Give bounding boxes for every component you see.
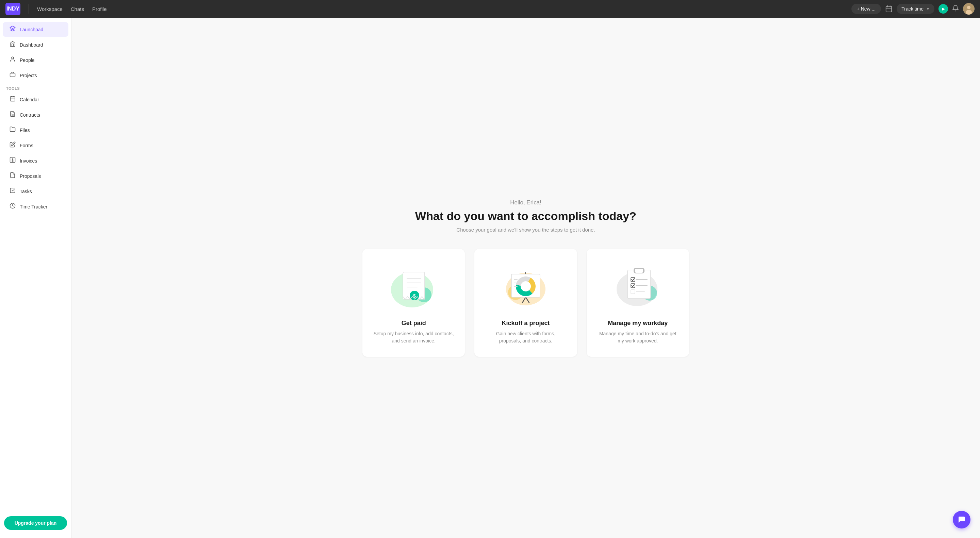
tasks-icon	[9, 187, 16, 195]
svg-rect-0	[886, 6, 892, 12]
sidebar-item-launchpad[interactable]: Launchpad	[3, 22, 68, 37]
projects-icon	[9, 71, 16, 79]
sidebar-item-calendar[interactable]: Calendar	[3, 92, 68, 107]
sidebar-launchpad-label: Launchpad	[20, 27, 43, 32]
top-navigation: INDY Workspace Chats Profile + New ... T…	[0, 0, 980, 18]
dashboard-icon	[9, 41, 16, 49]
calendar-icon	[9, 95, 16, 103]
get-paid-title: Get paid	[401, 320, 426, 327]
svg-rect-43	[635, 269, 643, 273]
sidebar-item-forms[interactable]: Forms	[3, 138, 68, 153]
sidebar-contracts-label: Contracts	[20, 112, 40, 117]
sidebar-bottom: Upgrade your plan	[0, 512, 71, 534]
track-time-play-button[interactable]: ▶	[939, 4, 948, 14]
sidebar-projects-label: Projects	[20, 73, 37, 78]
manage-illustration	[611, 263, 665, 310]
chat-bubble-button[interactable]	[953, 511, 970, 528]
tools-section-label: Tools	[0, 83, 71, 92]
sidebar-item-projects[interactable]: Projects	[3, 68, 68, 83]
people-icon	[9, 56, 16, 64]
main-layout: Launchpad Dashboard People	[0, 18, 980, 538]
sidebar-files-label: Files	[20, 127, 30, 133]
kickoff-project-card[interactable]: Kickoff a project Gain new clients with …	[474, 249, 577, 357]
proposals-icon	[9, 172, 16, 180]
sidebar-item-invoices[interactable]: Invoices	[3, 153, 68, 168]
new-button[interactable]: + New ...	[851, 4, 881, 14]
sidebar-item-people[interactable]: People	[3, 53, 68, 67]
invoices-icon	[9, 157, 16, 165]
sidebar-item-dashboard[interactable]: Dashboard	[3, 37, 68, 52]
track-time-button[interactable]: Track time ▼	[897, 4, 934, 14]
track-time-dropdown-arrow: ▼	[926, 7, 930, 11]
sidebar-item-contracts[interactable]: Contracts	[3, 108, 68, 122]
nav-workspace[interactable]: Workspace	[37, 6, 63, 12]
headline-text: What do you want to accomplish today?	[415, 209, 636, 223]
manage-desc: Manage my time and to-do's and get my wo…	[598, 330, 678, 344]
get-paid-illustration: $	[387, 263, 441, 310]
upgrade-button[interactable]: Upgrade your plan	[4, 516, 67, 530]
sidebar: Launchpad Dashboard People	[0, 18, 72, 538]
sidebar-dashboard-label: Dashboard	[20, 42, 43, 48]
nav-chats[interactable]: Chats	[71, 6, 84, 12]
subheading-text: Choose your goal and we'll show you the …	[456, 227, 595, 233]
contracts-icon	[9, 111, 16, 119]
sidebar-item-files[interactable]: Files	[3, 123, 68, 137]
time-tracker-icon	[9, 203, 16, 211]
kickoff-illustration	[498, 263, 553, 310]
sidebar-people-label: People	[20, 57, 35, 63]
forms-icon	[9, 141, 16, 149]
manage-title: Manage my workday	[608, 320, 668, 327]
manage-workday-card[interactable]: Manage my workday Manage my time and to-…	[587, 249, 689, 357]
get-paid-desc: Setup my business info, add contacts, an…	[373, 330, 454, 344]
sidebar-proposals-label: Proposals	[20, 173, 41, 179]
sidebar-item-tasks[interactable]: Tasks	[3, 184, 68, 198]
main-content: Hello, Erica! What do you want to accomp…	[72, 18, 980, 538]
nav-right: + New ... Track time ▼ ▶	[851, 3, 975, 14]
logo[interactable]: INDY	[5, 3, 21, 15]
avatar[interactable]	[963, 3, 975, 14]
sidebar-calendar-label: Calendar	[20, 97, 39, 102]
svg-point-7	[11, 57, 14, 59]
svg-rect-8	[10, 73, 15, 77]
nav-profile[interactable]: Profile	[92, 6, 107, 12]
svg-point-5	[967, 6, 970, 9]
files-icon	[9, 126, 16, 134]
notification-bell-button[interactable]	[952, 5, 959, 13]
svg-rect-9	[10, 97, 15, 102]
calendar-button[interactable]	[885, 5, 892, 13]
kickoff-desc: Gain new clients with forms, proposals, …	[485, 330, 566, 344]
sidebar-forms-label: Forms	[20, 143, 33, 148]
track-time-label: Track time	[901, 6, 924, 11]
sidebar-item-proposals[interactable]: Proposals	[3, 169, 68, 183]
sidebar-item-time-tracker[interactable]: Time Tracker	[3, 199, 68, 214]
sidebar-tasks-label: Tasks	[20, 189, 32, 194]
nav-links: Workspace Chats Profile	[37, 6, 843, 12]
sidebar-invoices-label: Invoices	[20, 158, 37, 163]
nav-divider	[29, 4, 29, 14]
svg-point-6	[966, 10, 972, 14]
get-paid-card[interactable]: $ Get paid Setup my business info, add c…	[363, 249, 465, 357]
launchpad-icon	[9, 25, 16, 33]
sidebar-time-tracker-label: Time Tracker	[20, 204, 47, 209]
kickoff-title: Kickoff a project	[501, 320, 550, 327]
greeting-text: Hello, Erica!	[510, 199, 541, 206]
cards-container: $ Get paid Setup my business info, add c…	[363, 249, 689, 357]
